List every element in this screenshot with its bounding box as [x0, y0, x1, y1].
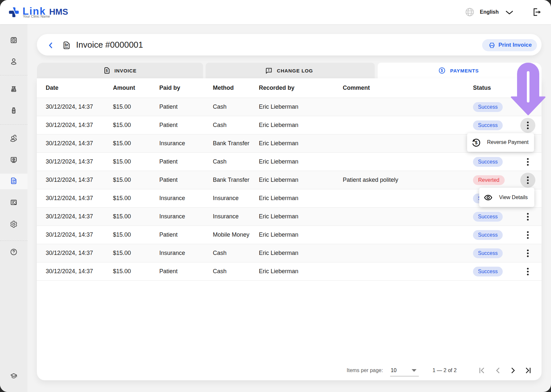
svg-text:$: $ [441, 68, 443, 73]
svg-text:$: $ [106, 69, 108, 72]
svg-text:$: $ [12, 179, 14, 182]
svg-text:$: $ [475, 140, 478, 145]
svg-text:$: $ [65, 43, 67, 47]
